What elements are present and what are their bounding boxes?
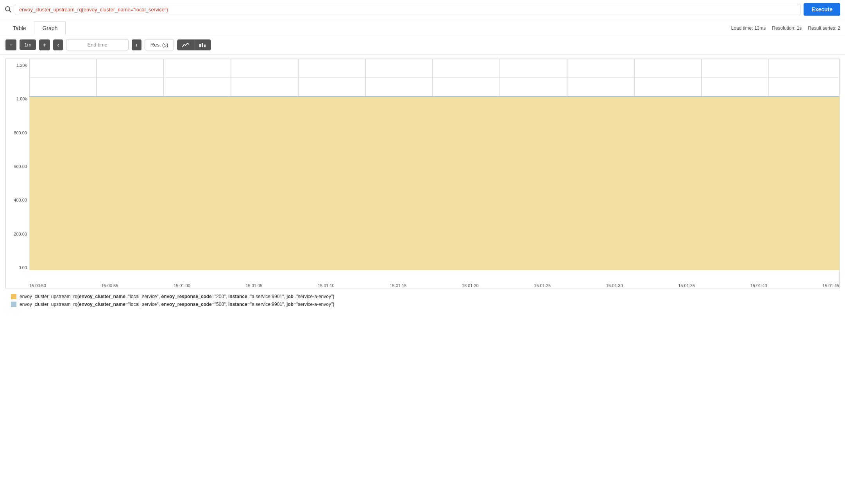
prev-time-button[interactable]: ‹: [53, 39, 63, 50]
end-time-input[interactable]: [66, 39, 129, 50]
chart-container: 1.20k 1.00k 800.00 600.00 400.00 200.00 …: [5, 59, 840, 288]
plot-svg: [29, 59, 839, 282]
x-label-3: 15:01:05: [245, 283, 262, 288]
chart-inner: 1.20k 1.00k 800.00 600.00 400.00 200.00 …: [6, 59, 839, 282]
x-label-6: 15:01:20: [462, 283, 479, 288]
svg-rect-24: [29, 97, 839, 270]
legend-text-1: envoy_cluster_upstream_rq{envoy_cluster_…: [20, 302, 334, 307]
y-axis: 1.20k 1.00k 800.00 600.00 400.00 200.00 …: [6, 59, 29, 282]
y-label-3: 600.00: [8, 164, 27, 169]
zoom-out-button[interactable]: −: [5, 39, 16, 50]
y-label-2: 800.00: [8, 130, 27, 135]
legend-text-0: envoy_cluster_upstream_rq{envoy_cluster_…: [20, 294, 334, 299]
y-label-6: 0.00: [8, 265, 27, 270]
legend: envoy_cluster_upstream_rq{envoy_cluster_…: [5, 288, 840, 313]
x-label-11: 15:01:45: [822, 283, 839, 288]
svg-rect-4: [204, 45, 206, 47]
legend-item-0: envoy_cluster_upstream_rq{envoy_cluster_…: [11, 294, 834, 299]
svg-line-1: [9, 11, 11, 13]
execute-button[interactable]: Execute: [804, 3, 840, 16]
x-axis-labels: 15:00:50 15:00:55 15:01:00 15:01:05 15:0…: [6, 282, 839, 288]
resolution: Resolution: 1s: [772, 25, 802, 31]
y-label-5: 200.00: [8, 232, 27, 236]
resolution-button[interactable]: Res. (s): [145, 39, 174, 50]
controls-bar: − 1m + ‹ › Res. (s): [0, 35, 845, 55]
graph-area: 1.20k 1.00k 800.00 600.00 400.00 200.00 …: [0, 55, 845, 316]
duration-label: 1m: [20, 39, 36, 50]
x-label-1: 15:00:55: [101, 283, 118, 288]
legend-color-0: [11, 294, 16, 299]
x-label-5: 15:01:15: [390, 283, 406, 288]
meta-info: Load time: 13ms Resolution: 1s Result se…: [731, 25, 840, 31]
chart-type-group: [177, 39, 211, 50]
tab-graph[interactable]: Graph: [34, 21, 66, 35]
tabs-row: Table Graph Load time: 13ms Resolution: …: [0, 19, 845, 35]
x-label-2: 15:01:00: [174, 283, 190, 288]
x-label-10: 15:01:40: [750, 283, 767, 288]
x-label-9: 15:01:35: [678, 283, 695, 288]
top-bar: Execute: [0, 0, 845, 19]
load-time: Load time: 13ms: [731, 25, 766, 31]
svg-rect-2: [199, 44, 201, 47]
next-time-button[interactable]: ›: [132, 39, 141, 50]
x-label-4: 15:01:10: [318, 283, 335, 288]
x-label-0: 15:00:50: [29, 283, 46, 288]
x-label-8: 15:01:30: [606, 283, 623, 288]
svg-rect-3: [202, 43, 203, 47]
result-series: Result series: 2: [808, 25, 840, 31]
x-label-7: 15:01:25: [534, 283, 551, 288]
tabs: Table Graph: [5, 21, 66, 35]
line-chart-button[interactable]: [177, 40, 194, 50]
chart-plot: [29, 59, 839, 282]
stacked-chart-button[interactable]: [194, 40, 211, 50]
search-icon: [5, 6, 12, 13]
legend-color-1: [11, 302, 16, 307]
zoom-in-button[interactable]: +: [39, 39, 50, 50]
legend-item-1: envoy_cluster_upstream_rq{envoy_cluster_…: [11, 302, 834, 307]
y-label-4: 400.00: [8, 198, 27, 202]
tab-table[interactable]: Table: [5, 21, 34, 35]
y-label-1: 1.00k: [8, 97, 27, 101]
y-label-0: 1.20k: [8, 63, 27, 68]
query-input[interactable]: [15, 4, 800, 15]
